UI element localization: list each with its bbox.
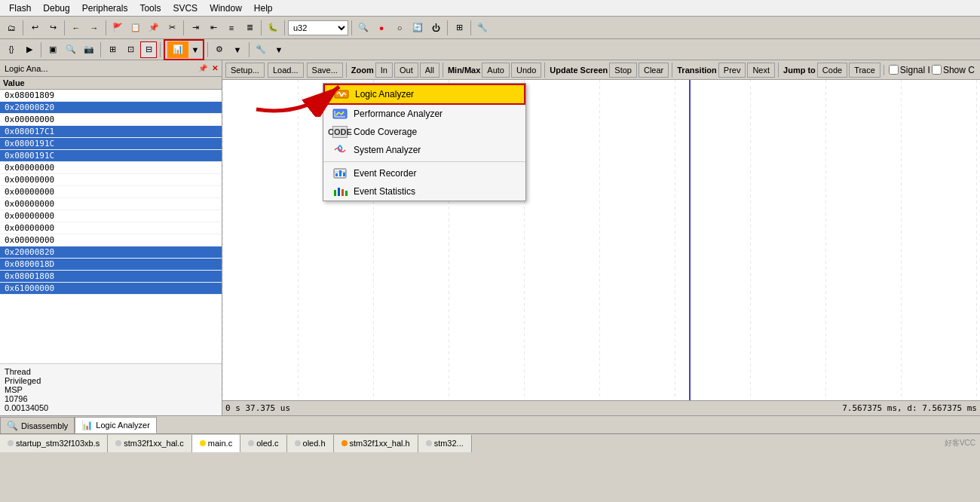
stop-button[interactable]: Stop <box>609 63 637 78</box>
toolbar-restart[interactable]: 🔄 <box>409 20 426 36</box>
value-item-1[interactable]: 0x20000820 <box>0 102 222 114</box>
value-item-0[interactable]: 0x08001809 <box>0 90 222 102</box>
menu-flash[interactable]: Flash <box>3 2 37 15</box>
dropdown-code-coverage[interactable]: CODE Code Coverage <box>323 123 525 141</box>
next-button[interactable]: Next <box>747 63 775 78</box>
toolbar-power[interactable]: ⏻ <box>427 20 444 36</box>
trace-button[interactable]: Trace <box>849 63 880 78</box>
toolbar-align2[interactable]: ≣ <box>241 20 258 36</box>
value-item-10[interactable]: 0x00000000 <box>0 210 222 222</box>
toolbar-align1[interactable]: ≡ <box>223 20 240 36</box>
toolbar-settings[interactable]: 🔧 <box>474 20 491 36</box>
toolbar2-btn9[interactable]: ⚙ <box>211 41 228 58</box>
file-tab-oledc[interactable]: oled.c <box>240 435 286 452</box>
menu-svcs[interactable]: SVCS <box>167 2 204 15</box>
file-tab-hal[interactable]: stm32f1xx_hal.c <box>108 435 191 452</box>
tab-logic-analyzer[interactable]: 📊 Logic Analyzer <box>75 417 157 433</box>
zoom-in-button[interactable]: In <box>375 63 393 78</box>
menu-tools[interactable]: Tools <box>133 2 167 15</box>
code-button[interactable]: Code <box>817 63 847 78</box>
pin-button[interactable]: 📌 <box>198 63 208 74</box>
auto-button[interactable]: Auto <box>482 63 510 78</box>
toolbar2-dropdown-arrow[interactable]: ▼ <box>190 41 201 58</box>
toolbar2-dropdown3[interactable]: ▼ <box>271 41 287 58</box>
prev-button[interactable]: Prev <box>718 63 746 78</box>
menu-debug[interactable]: Debug <box>37 2 75 15</box>
menu-peripherals[interactable]: Peripherals <box>76 2 134 15</box>
value-item-5[interactable]: 0x0800191C <box>0 150 222 162</box>
clear-button[interactable]: Clear <box>639 63 669 78</box>
toolbar-cut[interactable]: ✂ <box>164 20 180 36</box>
toolbar-forward[interactable]: → <box>86 20 103 36</box>
value-item-13[interactable]: 0x20000820 <box>0 246 222 259</box>
value-item-2[interactable]: 0x00000000 <box>0 114 222 126</box>
toolbar2-btn8[interactable]: ⊟ <box>140 41 157 58</box>
load-button[interactable]: Load... <box>268 63 304 78</box>
toolbar2-analyzer-icon[interactable]: 📊 <box>167 41 188 58</box>
toolbar-debug-icon[interactable]: 🐛 <box>265 20 281 36</box>
menu-help[interactable]: Help <box>248 2 279 15</box>
value-item-16[interactable]: 0x61000000 <box>0 283 222 295</box>
toolbar2-btn5[interactable]: 📷 <box>81 41 97 58</box>
file-dot-stm32 <box>426 440 432 446</box>
value-item-15[interactable]: 0x08001808 <box>0 271 222 283</box>
val2-label: 0.00134050 <box>5 403 217 412</box>
dropdown-event-statistics[interactable]: Event Statistics <box>323 182 525 200</box>
file-tab-oledh[interactable]: oled.h <box>287 435 334 452</box>
toolbar-copy[interactable]: 📋 <box>127 20 144 36</box>
file-tab-main[interactable]: main.c <box>192 435 240 452</box>
dropdown-event-recorder[interactable]: Event Recorder <box>323 164 525 182</box>
type-combo[interactable]: u32 <box>288 20 348 35</box>
toolbar-indent[interactable]: ⇥ <box>187 20 204 36</box>
toolbar-outdent[interactable]: ⇤ <box>205 20 222 36</box>
toolbar-new[interactable]: 🗂 <box>3 20 20 36</box>
dropdown-system-analyzer[interactable]: System Analyzer <box>323 141 525 159</box>
toolbar-paste[interactable]: 📌 <box>145 20 162 36</box>
toolbar2-btn2[interactable]: ▶ <box>21 41 38 58</box>
toolbar2-btn3[interactable]: ▣ <box>44 41 61 58</box>
toolbar-redo[interactable]: ↪ <box>44 20 61 36</box>
transition-label: Transition <box>677 66 717 75</box>
value-item-14[interactable]: 0x0800018D <box>0 259 222 271</box>
toolbar2-btn7[interactable]: ⊡ <box>122 41 139 58</box>
toolbar2-btn6[interactable]: ⊞ <box>104 41 121 58</box>
toolbar2-btn4[interactable]: 🔍 <box>63 41 79 58</box>
save-button[interactable]: Save... <box>307 63 343 78</box>
value-item-9[interactable]: 0x00000000 <box>0 198 222 210</box>
close-panel-button[interactable]: ✕ <box>210 63 220 74</box>
toolbar-stop[interactable]: ○ <box>391 20 408 36</box>
value-item-7[interactable]: 0x00000000 <box>0 174 222 186</box>
dropdown-logic-analyzer[interactable]: Logic Analyzer <box>323 84 525 105</box>
zoom-all-button[interactable]: All <box>420 63 439 78</box>
toolbar-back[interactable]: ← <box>68 20 84 36</box>
value-item-6[interactable]: 0x00000000 <box>0 162 222 174</box>
toolbar-window[interactable]: ⊞ <box>451 20 467 36</box>
file-tab-stm32[interactable]: stm32... <box>418 435 472 452</box>
toolbar-run[interactable]: ● <box>373 20 390 36</box>
menu-window[interactable]: Window <box>204 2 248 15</box>
value-item-11[interactable]: 0x00000000 <box>0 222 222 234</box>
value-item-8[interactable]: 0x00000000 <box>0 186 222 198</box>
dropdown-performance-analyzer[interactable]: Performance Analyzer <box>323 105 525 123</box>
value-item-12[interactable]: 0x00000000 <box>0 234 222 246</box>
zoom-out-button[interactable]: Out <box>394 63 418 78</box>
tab-disassembly[interactable]: 🔍 Disassembly <box>0 417 75 433</box>
thread-label: Thread <box>5 367 217 376</box>
toolbar2-dropdown2[interactable]: ▼ <box>229 41 246 58</box>
toolbar-bookmark[interactable]: 🚩 <box>109 20 126 36</box>
value-item-3[interactable]: 0x080017C1 <box>0 126 222 138</box>
file-tab-startup[interactable]: startup_stm32f103xb.s <box>0 435 108 452</box>
toolbar-undo[interactable]: ↩ <box>26 20 43 36</box>
privileged-label: Privileged <box>5 376 217 385</box>
setup-button[interactable]: Setup... <box>225 63 265 78</box>
signal-checkbox[interactable] <box>889 65 899 75</box>
toolbar2-btn10[interactable]: 🔧 <box>253 41 269 58</box>
show-checkbox[interactable] <box>932 65 942 75</box>
toolbar2-btn1[interactable]: {} <box>3 41 20 58</box>
file-tab-hal2[interactable]: stm32f1xx_hal.h <box>334 435 418 452</box>
main-toolbar: 🗂 ↩ ↪ ← → 🚩 📋 📌 ✂ ⇥ ⇤ ≡ ≣ 🐛 u32 🔍 ● ○ 🔄 … <box>0 17 980 39</box>
toolbar-search[interactable]: 🔍 <box>355 20 372 36</box>
value-item-4[interactable]: 0x0800191C <box>0 138 222 150</box>
sep14 <box>249 42 250 57</box>
undo-button[interactable]: Undo <box>511 63 541 78</box>
